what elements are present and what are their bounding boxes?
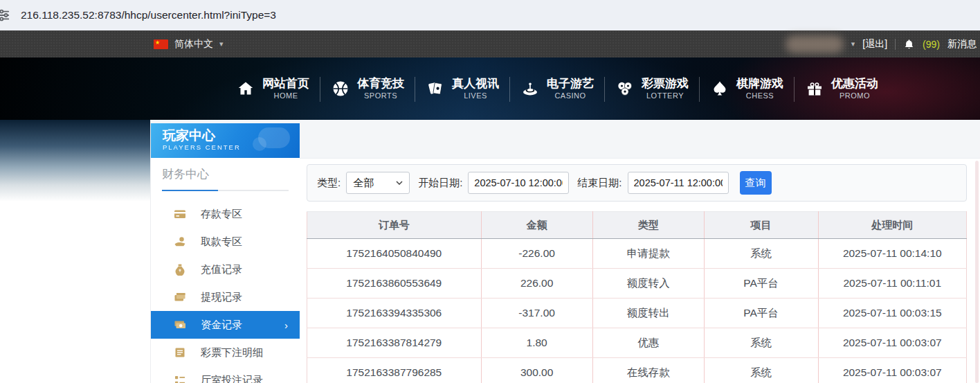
table-row: 1752164050840490 -226.00 申请提款 系统 2025-07… (307, 239, 967, 269)
table-header-row: 订单号 金额 类型 项目 处理时间 (307, 212, 967, 239)
nav-item-promo[interactable]: 优惠活动PROMO (795, 67, 889, 110)
message-count-badge[interactable]: (99) (923, 39, 940, 50)
language-selector[interactable]: ★ 简体中文 ▾ (154, 38, 224, 51)
sidebar-item-deposit-zone[interactable]: 存款专区 (151, 200, 300, 228)
col-project: 项目 (704, 212, 818, 239)
nav-menu: 网站首页HOME 体育竞技SPORTS 真人视讯LIVES 电子游艺CASINO… (226, 57, 889, 120)
bank-card-icon (174, 208, 186, 220)
chevron-right-icon: › (284, 319, 288, 331)
col-order-no: 订单号 (307, 212, 482, 239)
cell-amount: -317.00 (481, 299, 592, 328)
type-select-value: 全部 (353, 177, 374, 190)
sidebar: 玩家中心 PLAYERS CENTER 财务中心 存款专区 取款专区 充值记录 … (150, 123, 300, 383)
section-underline (162, 190, 289, 191)
cell-project: PA平台 (704, 269, 818, 299)
cell-project: PA平台 (704, 299, 818, 328)
sidebar-item-hall-bet-record[interactable]: 厅室投注记录 (151, 366, 300, 383)
query-button[interactable]: 查询 (740, 171, 772, 195)
screen: 216.118.235.52:8783/hhcp/usercenter.html… (0, 0, 980, 383)
start-date-label: 开始日期: (418, 177, 462, 190)
money-bag-icon (174, 263, 186, 276)
cell-time: 2025-07-11 00:03:07 (818, 358, 966, 383)
cell-time: 2025-07-11 00:03:15 (818, 299, 966, 328)
sidebar-item-lottery-bet-detail[interactable]: 彩票下注明细 (151, 339, 300, 366)
cell-project: 系统 (704, 358, 818, 383)
caret-down-icon[interactable]: ▾ (851, 39, 855, 48)
cell-order-no: 1752163860553649 (307, 269, 482, 299)
nav-item-lives[interactable]: 真人视讯LIVES (415, 67, 510, 110)
end-date-input[interactable] (628, 172, 729, 194)
username-blurred[interactable] (786, 35, 844, 53)
type-select[interactable]: 全部 (346, 172, 410, 194)
table-row: 1752163387814279 1.80 优惠 系统 2025-07-11 0… (307, 328, 967, 358)
messages-link[interactable]: 新消息 (947, 38, 977, 51)
start-date-input[interactable] (468, 172, 569, 194)
section-label: 财务中心 (162, 166, 289, 182)
roulette-icon (521, 80, 539, 98)
sidebar-item-withdrawal-record[interactable]: 提现记录 (151, 283, 300, 311)
sidebar-menu: 存款专区 取款专区 充值记录 提现记录 资金记录 › 彩票下注明细 (151, 200, 300, 383)
home-icon (237, 80, 255, 98)
cell-order-no: 1752164050840490 (307, 239, 482, 269)
cell-type: 额度转入 (592, 269, 704, 299)
sidebar-item-funds-record[interactable]: 资金记录 › (151, 311, 300, 339)
filter-bar: 类型: 全部 开始日期: 结束日期: 查询 (307, 164, 967, 202)
site-info-icon[interactable] (0, 9, 11, 21)
col-type: 类型 (592, 212, 704, 239)
table-row: 1752163394335306 -317.00 额度转出 PA平台 2025-… (307, 299, 967, 328)
nav-item-home[interactable]: 网站首页HOME (226, 67, 320, 110)
cell-type: 额度转出 (592, 299, 704, 328)
cell-order-no: 1752163387814279 (307, 328, 482, 358)
cell-type: 优惠 (592, 328, 704, 358)
caret-down-icon: ▾ (219, 39, 224, 48)
select-caret-icon (396, 181, 403, 185)
cell-time: 2025-07-11 00:03:07 (818, 328, 966, 358)
sidebar-subtitle: PLAYERS CENTER (163, 143, 300, 151)
cell-order-no: 1752163387796285 (307, 358, 482, 383)
sidebar-item-recharge-record[interactable]: 充值记录 (151, 256, 300, 283)
sidebar-item-withdraw-zone[interactable]: 取款专区 (151, 228, 300, 256)
table-row: 1752163387796285 300.00 在线存款 系统 2025-07-… (307, 358, 967, 383)
end-date-label: 结束日期: (577, 177, 621, 190)
lottery-balls-icon (616, 80, 634, 98)
china-flag-icon: ★ (154, 39, 168, 49)
finance-section: 财务中心 (151, 158, 300, 191)
language-label: 简体中文 (174, 38, 213, 51)
divider (895, 39, 896, 50)
funds-table: 订单号 金额 类型 项目 处理时间 1752164050840490 -226.… (307, 211, 967, 383)
account-bar: ★ 简体中文 ▾ ▾ [退出] (99) 新消息 (0, 30, 980, 57)
document-icon (174, 346, 186, 359)
col-time: 处理时间 (818, 212, 966, 239)
cell-project: 系统 (704, 239, 818, 269)
cell-amount: 1.80 (481, 328, 592, 358)
wallet-icon (174, 291, 186, 303)
bell-icon[interactable] (903, 38, 915, 51)
cell-time: 2025-07-11 00:14:10 (818, 239, 966, 269)
logout-link[interactable]: [退出] (862, 38, 887, 51)
col-amount: 金额 (481, 212, 592, 239)
gift-icon (806, 80, 824, 98)
type-label: 类型: (317, 177, 341, 190)
cell-amount: 226.00 (481, 269, 592, 299)
basketball-icon (332, 80, 350, 98)
account-actions: ▾ [退出] (99) 新消息 (786, 35, 977, 53)
playing-cards-icon (426, 80, 444, 98)
cell-order-no: 1752163394335306 (307, 299, 482, 328)
banknotes-icon (174, 319, 186, 331)
players-center-header[interactable]: 玩家中心 PLAYERS CENTER (151, 123, 300, 158)
url-text[interactable]: 216.118.235.52:8783/hhcp/usercenter.html… (21, 0, 276, 30)
nav-item-sports[interactable]: 体育竞技SPORTS (320, 67, 415, 110)
cell-time: 2025-07-11 00:11:01 (818, 269, 966, 299)
list-icon (174, 374, 186, 383)
nav-item-lottery[interactable]: 彩票游戏LOTTERY (605, 67, 700, 110)
cell-amount: -226.00 (481, 239, 592, 269)
cell-type: 申请提款 (592, 239, 704, 269)
banner-fade (0, 120, 150, 202)
nav-item-casino[interactable]: 电子游艺CASINO (510, 67, 605, 110)
scrollbar[interactable] (975, 161, 979, 383)
main-nav: 网站首页HOME 体育竞技SPORTS 真人视讯LIVES 电子游艺CASINO… (0, 57, 980, 120)
browser-url-bar[interactable]: 216.118.235.52:8783/hhcp/usercenter.html… (0, 0, 980, 31)
table-row: 1752163860553649 226.00 额度转入 PA平台 2025-0… (307, 269, 967, 299)
nav-item-chess[interactable]: 棋牌游戏CHESS (700, 67, 795, 110)
spade-icon (711, 80, 729, 98)
